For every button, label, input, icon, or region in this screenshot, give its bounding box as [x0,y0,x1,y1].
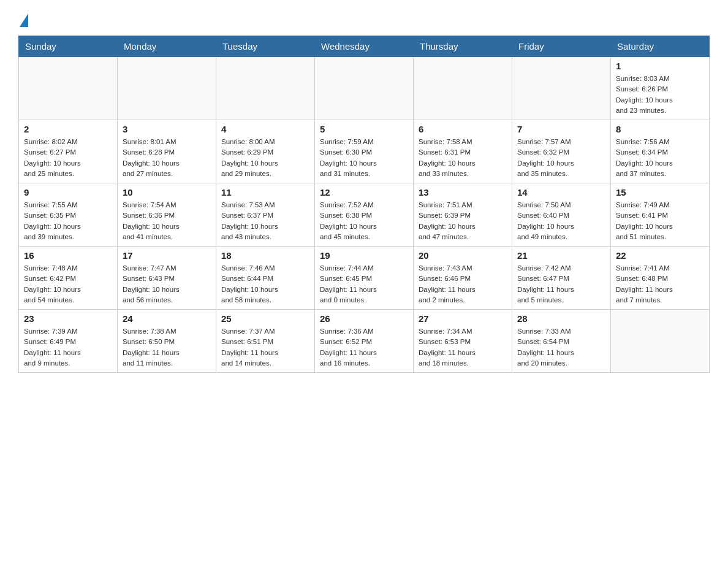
header-tuesday: Tuesday [216,36,315,57]
day-info: Sunrise: 7:37 AM Sunset: 6:51 PM Dayligh… [221,326,309,369]
day-info: Sunrise: 7:48 AM Sunset: 6:42 PM Dayligh… [24,263,112,305]
day-number: 18 [221,250,309,261]
calendar-cell: 20Sunrise: 7:43 AM Sunset: 6:46 PM Dayli… [414,247,512,310]
day-info: Sunrise: 7:53 AM Sunset: 6:37 PM Dayligh… [221,200,309,242]
day-info: Sunrise: 8:03 AM Sunset: 6:26 PM Dayligh… [616,74,704,116]
calendar-cell: 1Sunrise: 8:03 AM Sunset: 6:26 PM Daylig… [611,57,710,120]
day-number: 9 [24,187,112,197]
day-number: 23 [24,313,112,324]
calendar-week-row: 1Sunrise: 8:03 AM Sunset: 6:26 PM Daylig… [19,57,710,120]
header-thursday: Thursday [414,36,512,57]
day-info: Sunrise: 7:54 AM Sunset: 6:36 PM Dayligh… [123,200,211,242]
calendar-cell: 25Sunrise: 7:37 AM Sunset: 6:51 PM Dayli… [216,310,315,373]
day-info: Sunrise: 7:43 AM Sunset: 6:46 PM Dayligh… [419,263,507,305]
calendar-cell [315,57,414,120]
header-friday: Friday [512,36,611,57]
calendar-cell: 17Sunrise: 7:47 AM Sunset: 6:43 PM Dayli… [118,247,216,310]
calendar-cell [118,57,216,120]
day-number: 26 [320,313,408,324]
day-info: Sunrise: 7:56 AM Sunset: 6:34 PM Dayligh… [616,137,704,179]
day-info: Sunrise: 7:55 AM Sunset: 6:35 PM Dayligh… [24,200,112,242]
day-info: Sunrise: 7:41 AM Sunset: 6:48 PM Dayligh… [616,263,704,305]
day-number: 24 [123,313,211,324]
day-number: 12 [320,187,408,197]
day-info: Sunrise: 8:00 AM Sunset: 6:29 PM Dayligh… [221,137,309,179]
day-info: Sunrise: 7:52 AM Sunset: 6:38 PM Dayligh… [320,200,408,242]
calendar-cell: 8Sunrise: 7:56 AM Sunset: 6:34 PM Daylig… [611,120,710,183]
day-number: 11 [221,187,309,197]
calendar-cell [512,57,611,120]
calendar-cell: 15Sunrise: 7:49 AM Sunset: 6:41 PM Dayli… [611,183,710,247]
calendar-cell: 21Sunrise: 7:42 AM Sunset: 6:47 PM Dayli… [512,247,611,310]
day-info: Sunrise: 7:57 AM Sunset: 6:32 PM Dayligh… [517,137,605,179]
calendar-cell: 23Sunrise: 7:39 AM Sunset: 6:49 PM Dayli… [19,310,118,373]
calendar-cell: 5Sunrise: 7:59 AM Sunset: 6:30 PM Daylig… [315,120,414,183]
calendar-cell [414,57,512,120]
day-info: Sunrise: 7:58 AM Sunset: 6:31 PM Dayligh… [419,137,507,179]
day-info: Sunrise: 7:38 AM Sunset: 6:50 PM Dayligh… [123,326,211,369]
calendar-cell: 6Sunrise: 7:58 AM Sunset: 6:31 PM Daylig… [414,120,512,183]
day-info: Sunrise: 7:36 AM Sunset: 6:52 PM Dayligh… [320,326,408,369]
day-number: 2 [24,124,112,134]
day-info: Sunrise: 7:50 AM Sunset: 6:40 PM Dayligh… [517,200,605,242]
day-info: Sunrise: 8:01 AM Sunset: 6:28 PM Dayligh… [123,137,211,179]
logo-triangle-icon [20,13,28,27]
calendar-cell: 4Sunrise: 8:00 AM Sunset: 6:29 PM Daylig… [216,120,315,183]
calendar-week-row: 23Sunrise: 7:39 AM Sunset: 6:49 PM Dayli… [19,310,710,373]
day-number: 17 [123,250,211,261]
calendar-cell: 28Sunrise: 7:33 AM Sunset: 6:54 PM Dayli… [512,310,611,373]
day-number: 1 [616,61,704,71]
day-number: 16 [24,250,112,261]
calendar-cell: 3Sunrise: 8:01 AM Sunset: 6:28 PM Daylig… [118,120,216,183]
day-number: 15 [616,187,704,197]
calendar-body: 1Sunrise: 8:03 AM Sunset: 6:26 PM Daylig… [19,57,710,373]
day-number: 19 [320,250,408,261]
day-number: 6 [419,124,507,134]
calendar-cell: 27Sunrise: 7:34 AM Sunset: 6:53 PM Dayli… [414,310,512,373]
day-number: 7 [517,124,605,134]
page-header [18,12,710,26]
day-number: 8 [616,124,704,134]
day-number: 22 [616,250,704,261]
calendar-cell: 10Sunrise: 7:54 AM Sunset: 6:36 PM Dayli… [118,183,216,247]
header-sunday: Sunday [19,36,118,57]
calendar-cell: 13Sunrise: 7:51 AM Sunset: 6:39 PM Dayli… [414,183,512,247]
header-saturday: Saturday [611,36,710,57]
calendar-week-row: 9Sunrise: 7:55 AM Sunset: 6:35 PM Daylig… [19,183,710,247]
calendar-week-row: 16Sunrise: 7:48 AM Sunset: 6:42 PM Dayli… [19,247,710,310]
calendar-cell [611,310,710,373]
calendar-cell: 24Sunrise: 7:38 AM Sunset: 6:50 PM Dayli… [118,310,216,373]
calendar-cell [216,57,315,120]
day-info: Sunrise: 7:47 AM Sunset: 6:43 PM Dayligh… [123,263,211,305]
day-number: 13 [419,187,507,197]
calendar-table: Sunday Monday Tuesday Wednesday Thursday… [18,36,710,373]
calendar-cell: 2Sunrise: 8:02 AM Sunset: 6:27 PM Daylig… [19,120,118,183]
day-info: Sunrise: 7:33 AM Sunset: 6:54 PM Dayligh… [517,326,605,369]
day-number: 21 [517,250,605,261]
calendar-cell: 11Sunrise: 7:53 AM Sunset: 6:37 PM Dayli… [216,183,315,247]
calendar-cell: 12Sunrise: 7:52 AM Sunset: 6:38 PM Dayli… [315,183,414,247]
calendar-week-row: 2Sunrise: 8:02 AM Sunset: 6:27 PM Daylig… [19,120,710,183]
weekday-header-row: Sunday Monday Tuesday Wednesday Thursday… [19,36,710,57]
calendar-header: Sunday Monday Tuesday Wednesday Thursday… [19,36,710,57]
day-number: 5 [320,124,408,134]
calendar-cell [19,57,118,120]
calendar-cell: 9Sunrise: 7:55 AM Sunset: 6:35 PM Daylig… [19,183,118,247]
calendar-cell: 18Sunrise: 7:46 AM Sunset: 6:44 PM Dayli… [216,247,315,310]
calendar-cell: 7Sunrise: 7:57 AM Sunset: 6:32 PM Daylig… [512,120,611,183]
day-number: 3 [123,124,211,134]
calendar-cell: 22Sunrise: 7:41 AM Sunset: 6:48 PM Dayli… [611,247,710,310]
day-info: Sunrise: 7:44 AM Sunset: 6:45 PM Dayligh… [320,263,408,305]
day-info: Sunrise: 7:59 AM Sunset: 6:30 PM Dayligh… [320,137,408,179]
day-number: 10 [123,187,211,197]
day-info: Sunrise: 7:51 AM Sunset: 6:39 PM Dayligh… [419,200,507,242]
calendar-cell: 19Sunrise: 7:44 AM Sunset: 6:45 PM Dayli… [315,247,414,310]
day-number: 25 [221,313,309,324]
calendar-cell: 26Sunrise: 7:36 AM Sunset: 6:52 PM Dayli… [315,310,414,373]
day-info: Sunrise: 7:49 AM Sunset: 6:41 PM Dayligh… [616,200,704,242]
header-wednesday: Wednesday [315,36,414,57]
header-monday: Monday [118,36,216,57]
day-info: Sunrise: 8:02 AM Sunset: 6:27 PM Dayligh… [24,137,112,179]
day-info: Sunrise: 7:34 AM Sunset: 6:53 PM Dayligh… [419,326,507,369]
day-info: Sunrise: 7:46 AM Sunset: 6:44 PM Dayligh… [221,263,309,305]
